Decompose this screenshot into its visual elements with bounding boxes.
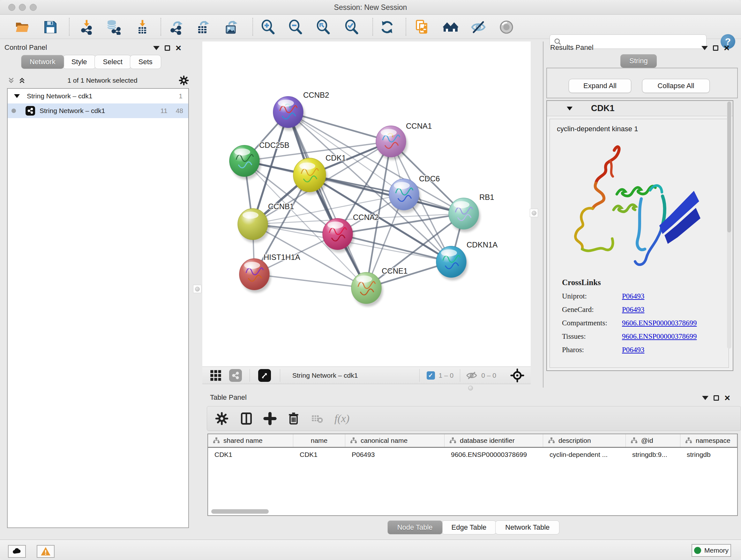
node-label-RB1: RB1 bbox=[479, 193, 494, 201]
tree-expand-icon[interactable] bbox=[14, 94, 20, 98]
grid-mode-icon[interactable] bbox=[209, 369, 222, 382]
table-header-row: shared namenamecanonical namedatabase id… bbox=[208, 434, 737, 448]
expand-all-button[interactable]: Expand All bbox=[569, 79, 631, 93]
memory-button[interactable]: Memory bbox=[691, 544, 731, 557]
zoom-in-button[interactable] bbox=[259, 18, 277, 36]
import-network-file-button[interactable] bbox=[78, 18, 95, 36]
tab-network[interactable]: Network bbox=[21, 55, 64, 69]
crosslink-link[interactable]: P06493 bbox=[622, 292, 644, 300]
table-horizontal-scrollbar[interactable] bbox=[209, 509, 736, 514]
panel-collapse-icon[interactable] bbox=[701, 46, 708, 50]
import-network-database-icon bbox=[105, 19, 121, 35]
column-header-description[interactable]: description bbox=[543, 434, 626, 447]
cloud-icon bbox=[11, 546, 22, 557]
warning-status-button[interactable] bbox=[37, 545, 55, 558]
export-network-button[interactable] bbox=[167, 18, 185, 36]
export-image-button[interactable] bbox=[222, 18, 240, 36]
edge-CCNB2-CCNE1[interactable] bbox=[288, 112, 366, 288]
open-session-button[interactable] bbox=[14, 18, 31, 36]
panel-close-icon[interactable]: ✕ bbox=[724, 45, 730, 51]
network-row[interactable]: String Network – cdk1 11 48 bbox=[8, 104, 188, 118]
panel-close-icon[interactable]: ✕ bbox=[724, 395, 731, 401]
cloud-status-button[interactable] bbox=[8, 545, 26, 558]
import-table-button[interactable] bbox=[134, 18, 151, 36]
table-cell[interactable]: stringdb:9... bbox=[626, 448, 680, 462]
show-columns-icon[interactable] bbox=[239, 412, 253, 426]
gene-collapse-icon[interactable] bbox=[567, 107, 572, 111]
table-cell[interactable]: P06493 bbox=[345, 448, 445, 462]
toolbar-separator bbox=[69, 18, 70, 36]
column-header-namespace[interactable]: namespace bbox=[680, 434, 737, 447]
collapse-all-button[interactable]: Collapse All bbox=[642, 79, 710, 93]
edge-HIST1H1A-CCNE1[interactable] bbox=[254, 274, 366, 288]
panel-collapse-icon[interactable] bbox=[702, 396, 709, 400]
birds-eye-view-icon[interactable] bbox=[258, 369, 271, 382]
network-collection-row[interactable]: String Network – cdk1 1 bbox=[8, 89, 188, 104]
crosslink-link[interactable]: 9606.ENSP00000378699 bbox=[622, 319, 697, 327]
panel-close-icon[interactable]: ✕ bbox=[175, 45, 182, 51]
home-view-button[interactable] bbox=[442, 18, 459, 36]
protein-structure-image bbox=[564, 139, 702, 273]
crosslink-link[interactable]: P06493 bbox=[622, 306, 644, 314]
panel-collapse-icon[interactable] bbox=[153, 46, 159, 50]
results-panel-divider[interactable] bbox=[542, 42, 543, 388]
delete-column-trash-icon[interactable] bbox=[286, 412, 300, 426]
tab-sets[interactable]: Sets bbox=[130, 55, 161, 69]
tab-select[interactable]: Select bbox=[94, 55, 131, 69]
column-header-shared-name[interactable]: shared name bbox=[208, 434, 293, 447]
tab-network-table[interactable]: Network Table bbox=[495, 520, 559, 535]
crosslink-link[interactable]: 9606.ENSP00000378699 bbox=[622, 332, 697, 341]
export-table-button[interactable] bbox=[194, 18, 211, 36]
right-splitter-handle[interactable] bbox=[530, 209, 538, 217]
table-row[interactable]: CDK1CDK1P064939606.ENSP00000378699cyclin… bbox=[208, 448, 737, 462]
gear-icon[interactable] bbox=[179, 75, 189, 85]
column-header-canonical-name[interactable]: canonical name bbox=[345, 434, 445, 447]
zoom-fit-button[interactable] bbox=[315, 18, 332, 36]
left-splitter-handle[interactable] bbox=[193, 285, 201, 293]
export-table-icon bbox=[195, 19, 210, 35]
table-settings-gear-icon[interactable] bbox=[215, 412, 229, 426]
column-label: @id bbox=[641, 437, 653, 444]
crosslink-link[interactable]: P06493 bbox=[622, 346, 644, 354]
add-column-icon[interactable] bbox=[263, 412, 277, 426]
zoom-selected-button[interactable] bbox=[343, 18, 360, 36]
table-cell[interactable]: stringdb bbox=[680, 448, 737, 462]
table-cell[interactable]: CDK1 bbox=[208, 448, 293, 462]
collapse-all-icon[interactable] bbox=[7, 76, 15, 84]
table-cell[interactable]: CDK1 bbox=[293, 448, 345, 462]
save-session-button[interactable] bbox=[42, 18, 59, 36]
zoom-out-button[interactable] bbox=[287, 18, 304, 36]
tab-string[interactable]: String bbox=[620, 54, 657, 68]
function-builder-icon: f(x) bbox=[334, 413, 349, 425]
network-graph[interactable]: CCNB2CCNA1CDC25BCDK1CDC6RB1CCNB1CCNA2CDK… bbox=[202, 42, 531, 367]
panel-float-icon[interactable] bbox=[165, 45, 170, 51]
panel-float-icon[interactable] bbox=[714, 395, 719, 401]
network-canvas[interactable]: CCNB2CCNA1CDC25BCDK1CDC6RB1CCNB1CCNA2CDK… bbox=[202, 42, 531, 367]
hide-details-button[interactable] bbox=[470, 18, 487, 36]
toolbar-separator bbox=[160, 18, 161, 36]
node-highlight bbox=[327, 222, 343, 229]
panel-float-icon[interactable] bbox=[713, 45, 718, 51]
tab-node-table[interactable]: Node Table bbox=[387, 520, 443, 535]
network-view-mode-icon[interactable] bbox=[229, 369, 242, 382]
results-scrollbar[interactable] bbox=[727, 102, 731, 349]
column-header-database-identifier[interactable]: database identifier bbox=[445, 434, 543, 447]
gene-header-row[interactable]: CDK1 bbox=[547, 101, 733, 116]
horizontal-splitter-handle[interactable] bbox=[468, 386, 473, 390]
column-header-name[interactable]: name bbox=[293, 434, 345, 447]
tab-style[interactable]: Style bbox=[63, 55, 96, 69]
show-details-button[interactable] bbox=[498, 18, 515, 36]
network-from-selection-button[interactable] bbox=[414, 18, 431, 36]
crosslinks-header: CrossLinks bbox=[562, 278, 722, 287]
table-cell[interactable]: 9606.ENSP00000378699 bbox=[445, 448, 543, 462]
fit-selection-crosshair-icon[interactable] bbox=[510, 368, 524, 382]
selected-nodes-checkbox[interactable]: ✓ bbox=[427, 371, 435, 380]
hidden-elements-icon[interactable] bbox=[466, 370, 477, 381]
node-label-CDK1: CDK1 bbox=[326, 153, 346, 162]
import-network-database-button[interactable] bbox=[105, 18, 122, 36]
tab-edge-table[interactable]: Edge Table bbox=[442, 520, 496, 535]
expand-all-icon[interactable] bbox=[18, 76, 26, 84]
table-cell[interactable]: cyclin-dependent ... bbox=[543, 448, 626, 462]
column-header-id[interactable]: @id bbox=[626, 434, 680, 447]
layout-refresh-button[interactable] bbox=[379, 18, 396, 36]
